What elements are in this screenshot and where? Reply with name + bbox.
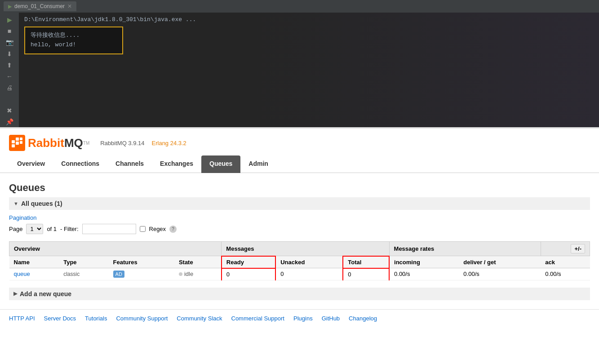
rmq-logo-rabbit: Rabbit [28,136,64,150]
col-type: Type [59,256,108,268]
footer-changelog[interactable]: Changelog [349,315,377,322]
page-title: Queues [9,182,590,194]
rmq-logo-icon [9,135,25,151]
state-idle: idle [179,271,217,277]
table-row: queue classic AD idle 0 0 0 [9,268,590,280]
up-btn[interactable]: ⬆ [3,60,16,70]
console-output-box: 等待接收信息.... hello, world! [24,27,123,54]
queue-name-link[interactable]: queue [14,271,30,277]
console-line-2: hello, world! [31,40,117,50]
svg-rect-0 [12,140,15,143]
nav-overview[interactable]: Overview [9,155,53,173]
section-arrow-icon: ▼ [13,201,18,206]
queue-state-cell: idle [174,268,222,280]
ready-cell: 0 [222,268,275,280]
ad-badge: AD [113,271,124,278]
state-label: idle [184,271,193,277]
add-queue-arrow-icon: ▶ [13,291,17,297]
footer-http-api[interactable]: HTTP API [9,315,35,322]
footer-community-slack[interactable]: Community Slack [177,315,222,322]
queue-type-cell: classic [59,268,108,280]
filter-label: - Filter: [60,226,78,232]
tab-close-icon[interactable]: ✕ [67,3,72,9]
footer-community-support[interactable]: Community Support [116,315,168,322]
footer-plugins[interactable]: Plugins [293,315,313,322]
rmq-content: Queues ▼ All queues (1) Pagination Page … [0,173,599,309]
pin-btn[interactable]: 📌 [3,117,16,127]
anime-bg-decor [251,13,599,127]
close-btn[interactable]: ✖ [3,105,16,115]
filter-input[interactable] [82,224,136,234]
rmq-logo-mq: MQ [64,136,83,150]
stop-btn[interactable]: ■ [3,26,16,36]
nav-channels[interactable]: Channels [107,155,152,173]
add-queue-label: Add a new queue [20,290,71,297]
unacked-cell: 0 [275,268,343,280]
col-state: State [174,256,222,268]
rmq-erlang: Erlang 24.3.2 [152,140,186,146]
ack-cell: 0.00/s [541,268,590,280]
page-label: Page [9,226,22,232]
nav-queues[interactable]: Queues [201,155,240,173]
svg-rect-2 [20,138,22,140]
col-name: Name [9,256,59,268]
deliver-get-cell: 0.00/s [459,268,541,280]
col-unacked: Unacked [275,256,343,268]
footer-commercial-support[interactable]: Commercial Support [231,315,285,322]
rabbitmq-section: RabbitMQTM RabbitMQ 3.9.14 Erlang 24.3.2… [0,127,599,327]
regex-label: Regex [149,226,166,232]
rmq-footer: HTTP API Server Docs Tutorials Community… [0,309,599,327]
ide-top-bar: ▶ demo_01_Consumer ✕ [0,0,599,13]
message-rates-col-header: Message rates [389,242,541,256]
col-ready: Ready [222,256,275,268]
nav-connections[interactable]: Connections [53,155,107,173]
total-cell: 0 [343,268,389,280]
rmq-header: RabbitMQTM RabbitMQ 3.9.14 Erlang 24.3.2 [0,129,599,151]
queue-features-cell: AD [109,268,174,280]
pagination-label[interactable]: Pagination [9,214,590,221]
console-line-1: 等待接收信息.... [31,31,117,40]
regex-help-icon[interactable]: ? [169,226,177,233]
ide-wrapper: ▶ ■ 📷 ⬇ ⬆ ← 🖨 ✖ 📌 D:\Environment\Java\jd… [0,13,599,127]
col-features: Features [109,256,174,268]
nav-admin[interactable]: Admin [240,155,276,173]
tab-run-icon: ▶ [8,4,12,9]
svg-rect-1 [16,138,19,141]
all-queues-header[interactable]: ▼ All queues (1) [9,197,590,210]
rmq-version: RabbitMQ 3.9.14 [100,140,144,146]
down-btn[interactable]: ⬇ [3,49,16,59]
col-deliver-get: deliver / get [459,256,541,268]
col-ack: ack [541,256,590,268]
svg-rect-4 [16,142,19,145]
incoming-cell: 0.00/s [389,268,459,280]
footer-server-docs[interactable]: Server Docs [44,315,76,322]
print-btn[interactable]: 🖨 [3,83,16,93]
overview-col-header: Overview [9,242,222,256]
queue-name-cell: queue [9,268,59,280]
of-label: of 1 [47,226,57,232]
footer-tutorials[interactable]: Tutorials [85,315,107,322]
console-path: D:\Environment\Java\jdk1.8.0_301\bin\jav… [19,13,599,25]
ide-tab[interactable]: ▶ demo_01_Consumer ✕ [4,1,76,11]
regex-checkbox[interactable] [140,226,146,232]
footer-github[interactable]: GitHub [322,315,340,322]
state-dot-icon [179,272,182,276]
messages-col-header: Messages [222,242,389,256]
queue-table: Overview Messages Message rates +/- Name… [9,241,590,280]
rmq-logo-tm: TM [83,140,89,145]
col-incoming: incoming [389,256,459,268]
rmq-logo-text: RabbitMQTM [28,136,89,150]
nav-exchanges[interactable]: Exchanges [152,155,201,173]
pagination-controls: Page 1 of 1 - Filter: Regex ? [9,224,590,234]
pagination-section: Pagination Page 1 of 1 - Filter: Regex ? [9,214,590,234]
svg-rect-3 [20,141,22,144]
run-btn[interactable]: ▶ [3,14,16,25]
rmq-logo-svg [11,137,23,149]
screenshot-btn[interactable]: 📷 [3,37,16,48]
back-btn[interactable]: ← [3,71,16,81]
page-select[interactable]: 1 [26,224,43,234]
all-queues-label: All queues (1) [21,200,62,207]
plus-minus-btn[interactable]: +/- [571,244,585,253]
ide-tab-label: demo_01_Consumer [14,3,65,9]
add-queue-section[interactable]: ▶ Add a new queue [9,288,590,300]
